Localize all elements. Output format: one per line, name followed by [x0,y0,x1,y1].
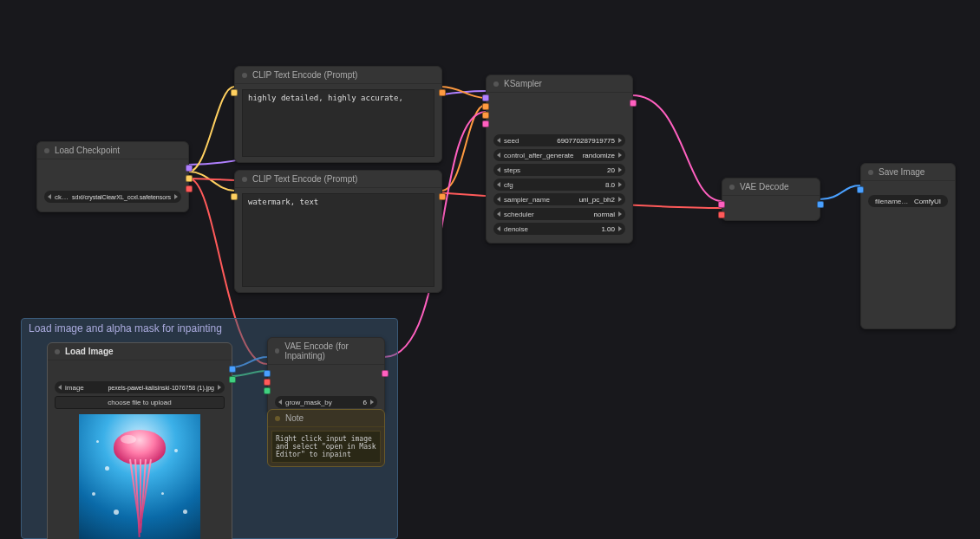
seed-field[interactable]: seed690770287919775 [493,134,625,146]
control-after-generate-field[interactable]: control_after_generaterandomize [493,149,625,161]
ckpt-name-field[interactable]: ckpt_name sdxl/crystalClearXL_ccxl.safet… [44,191,181,203]
collapse-icon[interactable] [44,148,49,153]
port-image-out[interactable] [229,366,236,373]
port-vae-out[interactable] [186,185,193,192]
port-conditioning-out[interactable] [439,89,446,96]
cfg-field[interactable]: cfg8.0 [493,179,625,191]
node-save-image[interactable]: Save Image filename_prefixComfyUI [860,163,956,329]
node-title-label: Load Checkpoint [55,146,120,155]
port-images-in[interactable] [857,186,864,193]
port-negative-in[interactable] [482,112,489,119]
port-clip-in[interactable] [231,89,238,96]
grow-mask-by-field[interactable]: grow_mask_by6 [275,396,377,408]
node-vae-encode-inpaint[interactable]: VAE Encode (for Inpainting) grow_mask_by… [267,337,385,414]
port-mask-in[interactable] [264,387,271,394]
port-clip-out[interactable] [186,175,193,182]
node-vae-decode[interactable]: VAE Decode [722,178,820,221]
node-title-label: Note [285,413,304,423]
port-clip-in[interactable] [231,193,238,200]
filename-prefix-field[interactable]: filename_prefixComfyUI [868,195,948,207]
collapse-icon[interactable] [275,348,279,354]
node-load-checkpoint[interactable]: Load Checkpoint ckpt_name sdxl/crystalCl… [36,141,189,212]
port-latent-in[interactable] [482,120,489,127]
port-pixels-in[interactable] [264,370,271,377]
port-vae-in[interactable] [718,211,725,218]
node-note[interactable]: Note Right click input image and select … [267,409,385,467]
note-body: Right click input image and select "open… [271,431,381,463]
prompt-textarea[interactable] [242,89,434,157]
node-title-label: CLIP Text Encode (Prompt) [252,70,357,80]
port-image-out[interactable] [817,201,824,208]
port-model-out[interactable] [186,165,193,172]
node-title-label: VAE Encode (for Inpainting) [284,341,377,360]
node-title-label: VAE Decode [740,182,789,192]
image-preview[interactable] [79,414,200,539]
node-load-image[interactable]: Load Image imagepexels-pawel-kalisinski-… [47,342,232,539]
node-title-label: Save Image [879,167,924,177]
port-latent-out[interactable] [382,370,389,377]
port-conditioning-out[interactable] [439,193,446,200]
prompt-textarea[interactable] [242,193,434,287]
port-latent-out[interactable] [630,100,637,107]
node-title-label: Load Image [65,347,114,356]
node-title-label: KSampler [504,79,542,88]
choose-file-button[interactable]: choose file to upload [55,396,225,409]
node-clip-encode-positive[interactable]: CLIP Text Encode (Prompt) [234,66,442,163]
node-clip-encode-negative[interactable]: CLIP Text Encode (Prompt) [234,170,442,293]
collapse-icon[interactable] [275,416,280,421]
port-vae-in[interactable] [264,379,271,386]
node-title-label: CLIP Text Encode (Prompt) [252,174,357,184]
collapse-icon[interactable] [868,170,873,175]
group-title: Load image and alpha mask for inpainting [22,319,397,338]
sampler-name-field[interactable]: sampler_nameuni_pc_bh2 [493,193,625,205]
node-ksampler[interactable]: KSampler seed690770287919775 control_aft… [486,75,633,244]
collapse-icon[interactable] [729,185,735,190]
port-model-in[interactable] [482,94,489,101]
collapse-icon[interactable] [493,81,499,87]
port-mask-out[interactable] [229,376,236,383]
collapse-icon[interactable] [242,177,247,182]
denoise-field[interactable]: denoise1.00 [493,223,625,235]
steps-field[interactable]: steps20 [493,164,625,176]
collapse-icon[interactable] [242,73,247,78]
scheduler-field[interactable]: schedulernormal [493,208,625,220]
port-positive-in[interactable] [482,103,489,110]
port-samples-in[interactable] [718,201,725,208]
collapse-icon[interactable] [55,349,60,354]
image-file-field[interactable]: imagepexels-pawel-kalisinski-1076758 (1)… [55,381,225,393]
